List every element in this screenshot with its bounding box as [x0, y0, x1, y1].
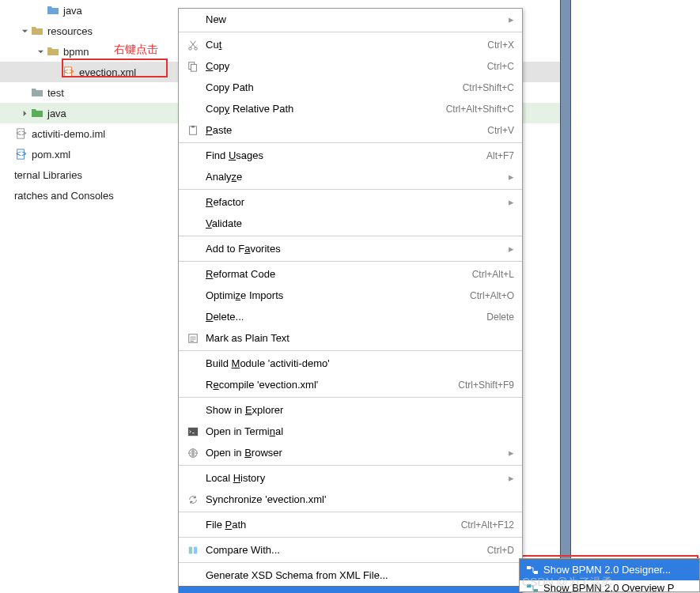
- menu-item-label: Copy Relative Path: [201, 103, 446, 115]
- cut-icon: [185, 40, 201, 51]
- svg-rect-13: [188, 427, 198, 436]
- tree-item-label: activiti-demo.iml: [32, 128, 105, 140]
- menu-item-label: Add to Favorites: [201, 243, 505, 255]
- menu-item[interactable]: Synchronize 'evection.xml': [179, 489, 522, 510]
- menu-item[interactable]: Show in Explorer: [179, 399, 522, 421]
- submenu-arrow-icon: ▸: [505, 243, 514, 255]
- menu-shortcut: Ctrl+X: [487, 40, 514, 51]
- tree-item-label: ternal Libraries: [14, 169, 82, 181]
- svg-rect-20: [527, 566, 531, 569]
- submenu-arrow-icon: ▸: [505, 472, 514, 484]
- browser-icon: [185, 448, 201, 459]
- menu-item[interactable]: Open in Terminal: [179, 421, 522, 442]
- menu-separator: [179, 397, 522, 398]
- submenu-arrow-icon: ▸: [505, 13, 514, 25]
- tree-item-label: test: [47, 87, 64, 99]
- menu-item-label: Copy: [201, 60, 487, 72]
- menu-shortcut: Ctrl+C: [487, 61, 514, 72]
- svg-rect-11: [191, 125, 195, 127]
- menu-separator: [179, 261, 522, 262]
- menu-separator: [179, 189, 522, 190]
- menu-item[interactable]: Recompile 'evection.xml'Ctrl+Shift+F9: [179, 374, 522, 395]
- menu-item[interactable]: Diagrams▸: [179, 586, 522, 593]
- menu-item[interactable]: Build Module 'activiti-demo': [179, 353, 522, 374]
- submenu-arrow-icon: ▸: [505, 447, 514, 459]
- menu-separator: [179, 512, 522, 512]
- menu-item-label: Local History: [201, 472, 505, 484]
- menu-item[interactable]: Open in Browser▸: [179, 442, 522, 463]
- menu-item[interactable]: Copy Relative PathCtrl+Alt+Shift+C: [179, 98, 522, 119]
- annotation-text-1: 右键点击: [114, 43, 158, 57]
- menu-item-label: Optimize Imports: [201, 289, 470, 301]
- menu-shortcut: Delete: [486, 312, 514, 323]
- folder-yellow-icon: [46, 44, 60, 59]
- sync-icon: [185, 494, 201, 505]
- tree-item-label: resources: [47, 25, 93, 37]
- menu-item-label: Refactor: [201, 196, 505, 208]
- menu-item[interactable]: Analyze▸: [179, 166, 522, 187]
- menu-item[interactable]: Delete...Delete: [179, 306, 522, 327]
- tree-item-label: pom.xml: [32, 149, 70, 161]
- menu-item[interactable]: Validate: [179, 213, 522, 234]
- svg-rect-9: [191, 64, 196, 71]
- menu-item-label: New: [201, 13, 505, 25]
- menu-item-label: File Path: [201, 519, 461, 531]
- paste-icon: [185, 125, 201, 136]
- menu-shortcut: Ctrl+V: [487, 125, 514, 136]
- menu-item-label: Delete...: [201, 311, 486, 323]
- context-menu[interactable]: New▸CutCtrl+XCopyCtrl+CCopy PathCtrl+Shi…: [178, 8, 523, 593]
- menu-shortcut: Ctrl+Shift+F9: [458, 380, 514, 391]
- file-pom-icon: <>: [14, 147, 28, 161]
- terminal-icon: [185, 426, 201, 437]
- folder-yellow-icon: [30, 24, 44, 38]
- menu-item[interactable]: Refactor▸: [179, 191, 522, 213]
- menu-separator: [179, 465, 522, 466]
- menu-shortcut: Ctrl+Alt+F12: [461, 519, 514, 531]
- menu-item[interactable]: Reformat CodeCtrl+Alt+L: [179, 263, 522, 285]
- tree-arrow-icon[interactable]: [35, 48, 46, 55]
- menu-item[interactable]: File PathCtrl+Alt+F12: [179, 514, 522, 535]
- menu-shortcut: Ctrl+Alt+L: [472, 269, 514, 280]
- compare-icon: [185, 545, 201, 556]
- menu-item[interactable]: Compare With...Ctrl+D: [179, 539, 522, 561]
- svg-rect-15: [189, 546, 192, 553]
- menu-item[interactable]: CopyCtrl+C: [179, 55, 522, 77]
- file-iml-icon: <>: [14, 127, 28, 141]
- menu-shortcut: Ctrl+Alt+O: [470, 290, 514, 301]
- folder-blue-icon: [46, 3, 60, 17]
- tree-item-label: java: [47, 108, 66, 119]
- diagram-icon: [185, 591, 201, 594]
- watermark: CSDN @为了温柔: [522, 576, 612, 590]
- menu-item[interactable]: Add to Favorites▸: [179, 238, 522, 259]
- menu-item[interactable]: Find UsagesAlt+F7: [179, 145, 522, 166]
- tree-item-label: bpmn: [63, 46, 89, 58]
- menu-shortcut: Ctrl+Alt+Shift+C: [446, 104, 514, 115]
- menu-item[interactable]: Optimize ImportsCtrl+Alt+O: [179, 285, 522, 306]
- submenu-arrow-icon: ▸: [505, 171, 514, 183]
- menu-item-label: Reformat Code: [201, 268, 472, 280]
- menu-separator: [179, 562, 522, 563]
- menu-item[interactable]: Local History▸: [179, 467, 522, 489]
- menu-separator: [179, 32, 522, 32]
- tree-arrow-icon[interactable]: [19, 28, 30, 35]
- tree-item-label: ratches and Consoles: [14, 190, 114, 202]
- menu-item[interactable]: Copy PathCtrl+Shift+C: [179, 77, 522, 98]
- menu-item[interactable]: CutCtrl+X: [179, 34, 522, 55]
- tree-arrow-icon[interactable]: [19, 110, 30, 117]
- menu-item[interactable]: Generate XSD Schema from XML File...: [179, 565, 522, 586]
- menu-item-label: Compare With...: [201, 544, 487, 556]
- editor-splitter[interactable]: [560, 0, 571, 593]
- menu-separator: [179, 236, 522, 236]
- menu-item-label: Analyze: [201, 171, 505, 183]
- menu-item[interactable]: Mark as Plain Text: [179, 327, 522, 349]
- menu-item-label: Cut: [201, 39, 487, 51]
- menu-item[interactable]: PasteCtrl+V: [179, 119, 522, 141]
- annotation-box-1: [62, 59, 168, 77]
- menu-item-label: Find Usages: [201, 149, 486, 161]
- menu-item[interactable]: New▸: [179, 9, 522, 30]
- menu-item-label: Validate: [201, 217, 514, 229]
- mark-icon: [185, 333, 201, 344]
- folder-green-icon: [30, 106, 44, 120]
- menu-item-label: Show in Explorer: [201, 404, 514, 416]
- menu-separator: [179, 350, 522, 351]
